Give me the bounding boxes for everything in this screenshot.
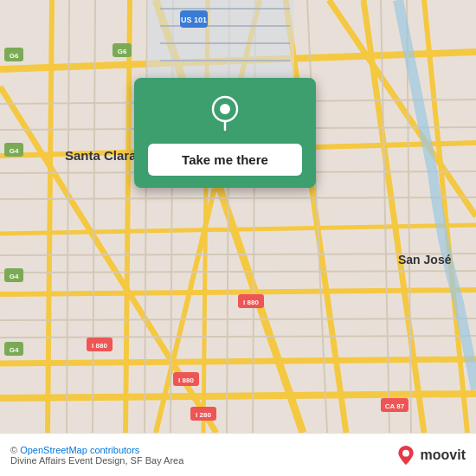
svg-text:G6: G6 <box>10 52 19 60</box>
svg-text:Santa Clara: Santa Clara <box>65 148 137 163</box>
svg-text:G4: G4 <box>10 147 19 155</box>
take-me-there-button[interactable]: Take me there <box>148 144 302 176</box>
svg-point-66 <box>402 449 409 456</box>
svg-text:I 880: I 880 <box>92 342 107 350</box>
attribution-and-business: © OpenStreetMap contributors Divine Affa… <box>10 445 396 466</box>
svg-text:I 880: I 880 <box>243 299 259 306</box>
map-background: US 101 I 880 I 880 I 880 I 280 CA 87 G6 … <box>0 0 476 433</box>
svg-line-5 <box>0 359 476 363</box>
svg-text:San José: San José <box>398 253 452 267</box>
svg-point-64 <box>220 104 230 114</box>
svg-text:G6: G6 <box>118 48 127 55</box>
moovit-pin-icon <box>396 446 415 465</box>
moovit-branding: moovit <box>396 446 466 465</box>
svg-line-6 <box>0 394 476 398</box>
svg-text:G4: G4 <box>10 273 19 280</box>
osm-link[interactable]: OpenStreetMap contributors <box>20 445 139 455</box>
svg-text:US 101: US 101 <box>181 16 207 24</box>
svg-text:CA 87: CA 87 <box>385 402 405 410</box>
moovit-logo-text: moovit <box>421 447 466 463</box>
location-card: Take me there <box>134 78 316 188</box>
attribution-text: © OpenStreetMap contributors <box>10 445 139 455</box>
svg-text:G4: G4 <box>10 346 19 354</box>
svg-text:I 280: I 280 <box>196 411 211 419</box>
svg-text:I 880: I 880 <box>178 376 194 384</box>
svg-rect-34 <box>147 0 294 78</box>
location-pin-icon <box>206 93 244 132</box>
bottom-bar: © OpenStreetMap contributors Divine Affa… <box>0 433 476 476</box>
business-name: Divine Affairs Event Design, SF Bay Area <box>10 455 183 466</box>
map-container: US 101 I 880 I 880 I 880 I 280 CA 87 G6 … <box>0 0 476 433</box>
